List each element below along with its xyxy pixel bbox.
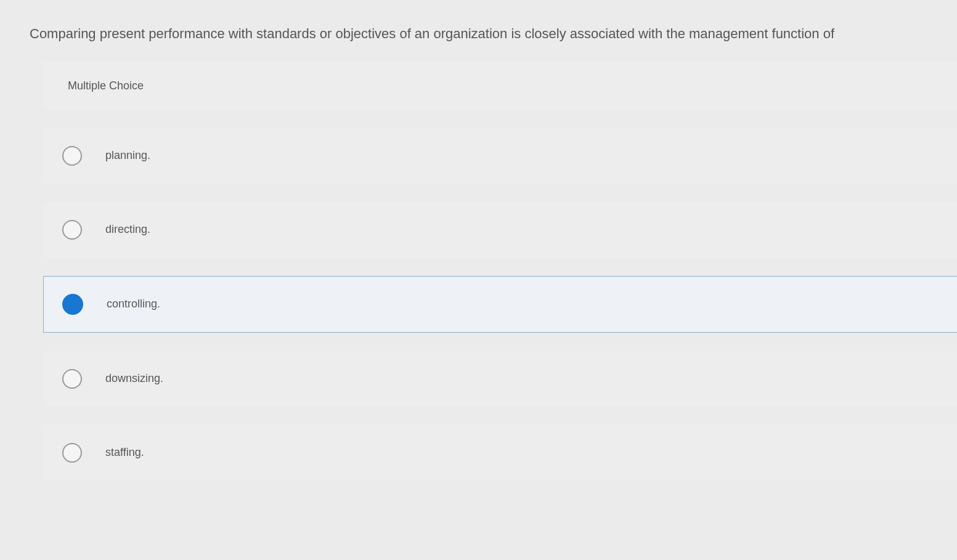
question-text: Comparing present performance with stand… bbox=[0, 0, 957, 62]
radio-icon bbox=[62, 146, 82, 166]
option-controlling[interactable]: controlling. bbox=[43, 276, 957, 333]
option-label: planning. bbox=[105, 149, 150, 162]
option-label: downsizing. bbox=[105, 372, 163, 385]
option-staffing[interactable]: staffing. bbox=[43, 425, 957, 481]
radio-icon bbox=[62, 369, 82, 389]
option-label: directing. bbox=[105, 223, 150, 236]
radio-icon bbox=[62, 220, 82, 240]
section-type-label: Multiple Choice bbox=[43, 62, 957, 110]
answer-section: Multiple Choice planning. directing. con… bbox=[43, 62, 957, 481]
radio-icon bbox=[62, 443, 82, 463]
radio-icon bbox=[62, 294, 83, 315]
option-directing[interactable]: directing. bbox=[43, 202, 957, 258]
option-downsizing[interactable]: downsizing. bbox=[43, 351, 957, 407]
option-label: controlling. bbox=[107, 298, 160, 310]
option-label: staffing. bbox=[105, 446, 144, 459]
options-container: planning. directing. controlling. downsi… bbox=[43, 110, 957, 481]
option-planning[interactable]: planning. bbox=[43, 128, 957, 184]
